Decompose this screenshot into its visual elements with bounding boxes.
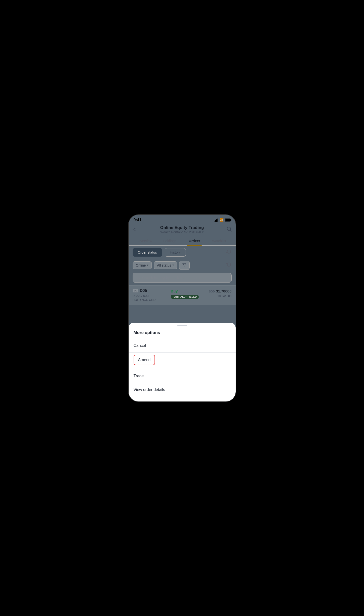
sheet-title: More options: [129, 326, 236, 339]
bottom-sheet: More options Cancel Amend Trade View ord…: [129, 323, 236, 401]
phone-frame: 9:41 📶 < Online Equity Trading Wealth Po…: [129, 215, 236, 401]
sheet-item-cancel[interactable]: Cancel: [129, 339, 236, 352]
sheet-item-view-order-details[interactable]: View order details: [129, 383, 236, 396]
sheet-item-trade[interactable]: Trade: [129, 369, 236, 383]
sheet-divider-2: [129, 352, 236, 353]
sheet-item-amend[interactable]: Amend: [134, 355, 155, 365]
